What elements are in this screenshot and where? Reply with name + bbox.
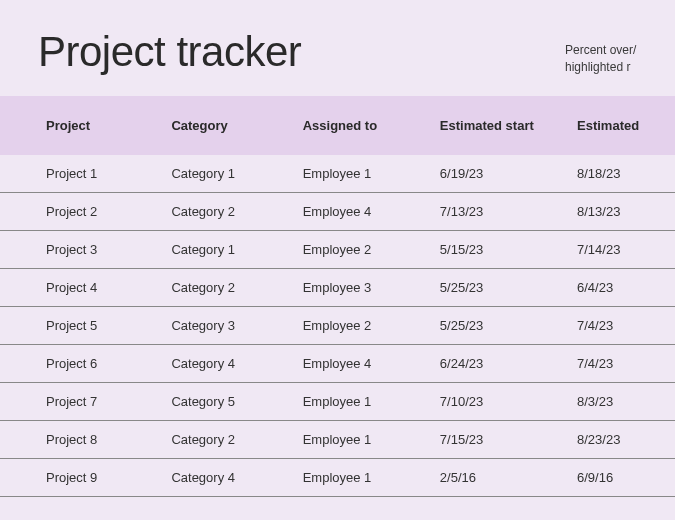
cell-category: Category 5 (171, 394, 302, 409)
cell-start: 5/25/23 (440, 280, 577, 295)
subtitle: Percent over/ highlighted r (565, 42, 636, 76)
cell-assigned: Employee 2 (303, 318, 440, 333)
cell-start: 7/13/23 (440, 204, 577, 219)
table-row: Project 6Category 4Employee 46/24/237/4/… (0, 345, 675, 383)
cell-end: 8/13/23 (577, 204, 675, 219)
cell-end: 7/4/23 (577, 318, 675, 333)
cell-assigned: Employee 1 (303, 394, 440, 409)
cell-project: Project 8 (46, 432, 171, 447)
page-title: Project tracker (38, 28, 301, 76)
table-row: Project 5Category 3Employee 25/25/237/4/… (0, 307, 675, 345)
table-body: Project 1Category 1Employee 16/19/238/18… (0, 155, 675, 497)
cell-category: Category 1 (171, 242, 302, 257)
cell-project: Project 9 (46, 470, 171, 485)
col-header-end: Estimated (577, 118, 675, 133)
cell-start: 5/15/23 (440, 242, 577, 257)
subtitle-line1: Percent over/ (565, 43, 636, 57)
cell-assigned: Employee 2 (303, 242, 440, 257)
cell-end: 8/23/23 (577, 432, 675, 447)
cell-project: Project 6 (46, 356, 171, 371)
cell-start: 7/15/23 (440, 432, 577, 447)
cell-project: Project 5 (46, 318, 171, 333)
table-row: Project 4Category 2Employee 35/25/236/4/… (0, 269, 675, 307)
table-row: Project 1Category 1Employee 16/19/238/18… (0, 155, 675, 193)
project-table: Project Category Assigned to Estimated s… (0, 96, 675, 497)
cell-project: Project 7 (46, 394, 171, 409)
col-header-category: Category (171, 118, 302, 133)
cell-category: Category 4 (171, 356, 302, 371)
cell-end: 8/18/23 (577, 166, 675, 181)
cell-assigned: Employee 1 (303, 432, 440, 447)
cell-end: 6/9/16 (577, 470, 675, 485)
cell-end: 7/4/23 (577, 356, 675, 371)
cell-category: Category 3 (171, 318, 302, 333)
col-header-project: Project (46, 118, 171, 133)
cell-start: 2/5/16 (440, 470, 577, 485)
cell-category: Category 2 (171, 432, 302, 447)
cell-start: 7/10/23 (440, 394, 577, 409)
col-header-start: Estimated start (440, 118, 577, 133)
header: Project tracker Percent over/ highlighte… (0, 0, 675, 96)
cell-start: 6/19/23 (440, 166, 577, 181)
cell-category: Category 2 (171, 204, 302, 219)
cell-assigned: Employee 4 (303, 356, 440, 371)
cell-category: Category 2 (171, 280, 302, 295)
cell-category: Category 1 (171, 166, 302, 181)
table-row: Project 3Category 1Employee 25/15/237/14… (0, 231, 675, 269)
col-header-assigned: Assigned to (303, 118, 440, 133)
cell-end: 6/4/23 (577, 280, 675, 295)
cell-end: 7/14/23 (577, 242, 675, 257)
cell-assigned: Employee 3 (303, 280, 440, 295)
cell-start: 6/24/23 (440, 356, 577, 371)
table-row: Project 9Category 4Employee 12/5/166/9/1… (0, 459, 675, 497)
cell-assigned: Employee 1 (303, 166, 440, 181)
cell-end: 8/3/23 (577, 394, 675, 409)
cell-assigned: Employee 4 (303, 204, 440, 219)
cell-start: 5/25/23 (440, 318, 577, 333)
cell-project: Project 3 (46, 242, 171, 257)
table-row: Project 2Category 2Employee 47/13/238/13… (0, 193, 675, 231)
table-row: Project 7Category 5Employee 17/10/238/3/… (0, 383, 675, 421)
table-row: Project 8Category 2Employee 17/15/238/23… (0, 421, 675, 459)
cell-assigned: Employee 1 (303, 470, 440, 485)
cell-project: Project 2 (46, 204, 171, 219)
table-header-row: Project Category Assigned to Estimated s… (0, 96, 675, 155)
subtitle-line2: highlighted r (565, 60, 630, 74)
cell-project: Project 4 (46, 280, 171, 295)
cell-category: Category 4 (171, 470, 302, 485)
cell-project: Project 1 (46, 166, 171, 181)
